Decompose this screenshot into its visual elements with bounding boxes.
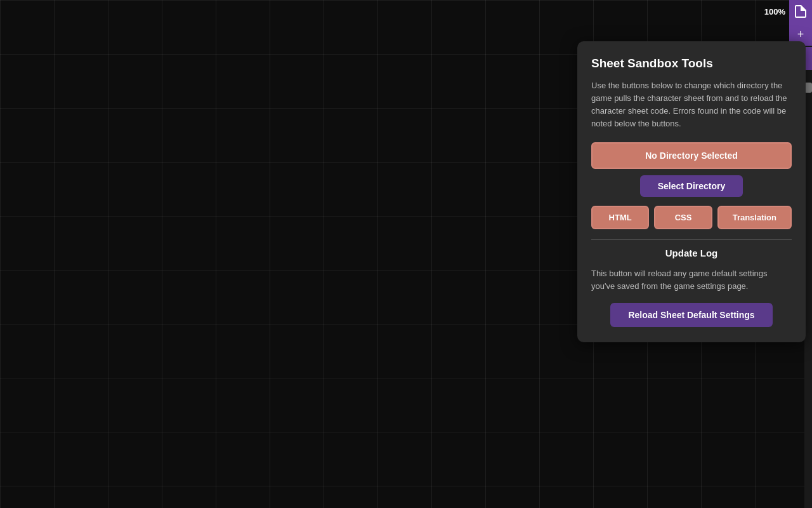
html-button[interactable]: HTML	[591, 206, 649, 229]
no-directory-button[interactable]: No Directory Selected	[591, 142, 792, 169]
css-button[interactable]: CSS	[654, 206, 712, 229]
file-type-buttons-group: HTML CSS Translation	[591, 206, 792, 229]
translation-button[interactable]: Translation	[717, 206, 792, 229]
divider	[591, 239, 792, 240]
file-button[interactable]	[789, 0, 812, 23]
reload-sheet-default-settings-button[interactable]: Reload Sheet Default Settings	[610, 303, 772, 327]
zoom-label: 100%	[761, 4, 789, 19]
toolbar-top: 100%	[761, 0, 812, 23]
panel-description: Use the buttons below to change which di…	[591, 79, 792, 131]
select-directory-button[interactable]: Select Directory	[640, 175, 743, 197]
update-log-title: Update Log	[591, 248, 792, 258]
panel-title: Sheet Sandbox Tools	[591, 57, 792, 70]
sheet-sandbox-panel: Sheet Sandbox Tools Use the buttons belo…	[577, 41, 806, 342]
reload-description: This button will reload any game default…	[591, 267, 792, 293]
plus-icon: +	[797, 28, 804, 41]
file-icon	[795, 5, 806, 18]
